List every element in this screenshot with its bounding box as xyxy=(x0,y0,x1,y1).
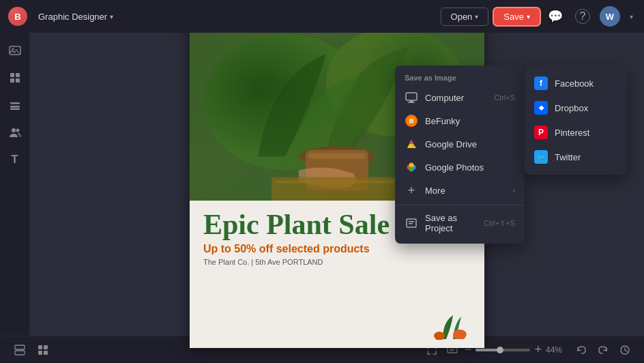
header-right: 💬 ? W ▾ xyxy=(545,6,636,27)
header: B Graphic Designer ▾ Open ▾ Save ▾ 💬 ? W… xyxy=(0,0,644,33)
layers-bottom-button[interactable] xyxy=(11,341,29,359)
zoom-slider[interactable] xyxy=(475,349,530,351)
svg-rect-2 xyxy=(10,73,14,77)
save-befunky-label: BeFunky xyxy=(425,116,460,126)
svg-rect-4 xyxy=(10,78,14,83)
open-chevron-icon: ▾ xyxy=(475,13,478,20)
comment-button[interactable]: 💬 xyxy=(545,6,566,27)
decorative-plants xyxy=(433,308,473,343)
svg-rect-18 xyxy=(275,181,399,184)
save-computer-shortcut: Ctrl+S xyxy=(494,93,515,102)
svg-rect-8 xyxy=(10,108,20,111)
monitor-icon xyxy=(405,91,418,104)
svg-rect-25 xyxy=(408,102,415,103)
more-submenu: f Facebook ❖ Dropbox P Pinterest 🐦 Twitt… xyxy=(525,66,627,175)
submenu-facebook-item[interactable]: f Facebook xyxy=(525,71,627,96)
zoom-percent: 44% xyxy=(546,345,568,355)
header-center: Open ▾ Save ▾ xyxy=(441,8,540,26)
canvas-tagline: The Plant Co. | 5th Ave PORTLAND xyxy=(203,258,471,266)
save-chevron-icon: ▾ xyxy=(527,13,530,20)
submenu-facebook-label: Facebook xyxy=(555,78,594,89)
logo[interactable]: B xyxy=(8,7,27,26)
save-more-item[interactable]: + More › xyxy=(395,179,525,202)
save-computer-item[interactable]: Computer Ctrl+S xyxy=(395,86,525,109)
open-label: Open xyxy=(451,12,473,22)
comment-icon: 💬 xyxy=(548,9,563,24)
save-gphotos-label: Google Photos xyxy=(425,162,484,173)
project-icon xyxy=(405,216,418,230)
account-chevron-icon[interactable]: ▾ xyxy=(627,10,636,23)
save-section-title: Save as Image xyxy=(395,71,525,86)
main-area: T xyxy=(0,33,644,336)
svg-rect-34 xyxy=(15,351,25,355)
submenu-pinterest-item[interactable]: P Pinterest xyxy=(525,120,627,145)
save-button[interactable]: Save ▾ xyxy=(494,8,540,25)
sidebar-item-layers[interactable] xyxy=(3,93,27,117)
submenu-pinterest-label: Pinterest xyxy=(555,128,589,138)
svg-rect-36 xyxy=(44,345,48,349)
save-project-shortcut: Ctrl+⇧+S xyxy=(484,219,515,228)
grid-bottom-button[interactable] xyxy=(34,341,52,359)
svg-rect-35 xyxy=(38,345,42,349)
more-arrow-icon: › xyxy=(512,186,515,195)
plus-icon: + xyxy=(405,184,418,197)
app-title-button[interactable]: Graphic Designer ▾ xyxy=(33,9,119,25)
submenu-twitter-label: Twitter xyxy=(555,152,581,162)
svg-rect-16 xyxy=(309,154,365,159)
canvas-area: Epic Plant Sale Up to 50% off selected p… xyxy=(30,33,644,336)
svg-rect-23 xyxy=(406,93,417,100)
save-gphotos-item[interactable]: Google Photos xyxy=(395,156,525,179)
zoom-in-button[interactable]: + xyxy=(534,343,542,357)
save-gdrive-label: Google Drive xyxy=(425,139,477,149)
dropdown-divider xyxy=(395,205,525,205)
svg-rect-33 xyxy=(15,345,25,349)
submenu-dropbox-item[interactable]: ❖ Dropbox xyxy=(525,96,627,120)
avatar-letter: W xyxy=(606,12,614,22)
svg-rect-22 xyxy=(454,331,465,339)
save-befunky-item[interactable]: B BeFunky xyxy=(395,109,525,132)
befunky-icon: B xyxy=(405,114,418,128)
sidebar-item-elements[interactable] xyxy=(3,66,27,90)
svg-rect-32 xyxy=(409,223,413,224)
help-button[interactable]: ? xyxy=(572,6,593,27)
svg-point-10 xyxy=(16,129,19,132)
open-button[interactable]: Open ▾ xyxy=(441,8,489,26)
undo-button[interactable] xyxy=(573,342,589,358)
app-title-label: Graphic Designer xyxy=(38,12,107,22)
svg-point-9 xyxy=(12,128,16,132)
sidebar-item-people[interactable] xyxy=(3,120,27,145)
save-computer-label: Computer xyxy=(425,93,464,103)
svg-rect-5 xyxy=(16,78,20,83)
save-more-label: More xyxy=(425,186,445,196)
text-icon: T xyxy=(11,153,18,166)
svg-point-28 xyxy=(409,163,414,168)
avatar-button[interactable]: W xyxy=(600,6,620,27)
redo-button[interactable] xyxy=(595,342,611,358)
save-project-item[interactable]: Save as Project Ctrl+⇧+S xyxy=(395,208,525,238)
history-button[interactable] xyxy=(617,342,633,358)
gdrive-icon xyxy=(405,137,418,151)
sidebar: T xyxy=(0,33,30,336)
twitter-icon: 🐦 xyxy=(534,150,548,164)
logo-letter: B xyxy=(14,12,20,22)
svg-point-29 xyxy=(409,167,414,172)
svg-rect-20 xyxy=(435,333,443,340)
zoom-slider-handle[interactable] xyxy=(497,347,503,353)
sidebar-item-text[interactable]: T xyxy=(3,147,27,172)
gphotos-icon xyxy=(405,160,418,174)
svg-point-1 xyxy=(12,48,14,50)
svg-rect-7 xyxy=(10,106,20,108)
facebook-icon: f xyxy=(534,76,548,90)
svg-rect-38 xyxy=(44,351,48,355)
zoom-slider-fill xyxy=(475,349,497,351)
dropbox-icon: ❖ xyxy=(534,101,548,115)
canvas-subtitle: Up to 50% off selected products xyxy=(203,243,471,255)
submenu-twitter-item[interactable]: 🐦 Twitter xyxy=(525,145,627,169)
save-dropdown-menu: Save as Image Computer Ctrl+S B BeFunky xyxy=(395,66,525,244)
chevron-down-icon: ▾ xyxy=(110,13,113,20)
svg-rect-3 xyxy=(16,73,20,77)
svg-rect-37 xyxy=(38,351,42,355)
bottom-right-controls xyxy=(573,342,633,358)
sidebar-item-image[interactable] xyxy=(3,38,27,63)
save-gdrive-item[interactable]: Google Drive xyxy=(395,132,525,156)
